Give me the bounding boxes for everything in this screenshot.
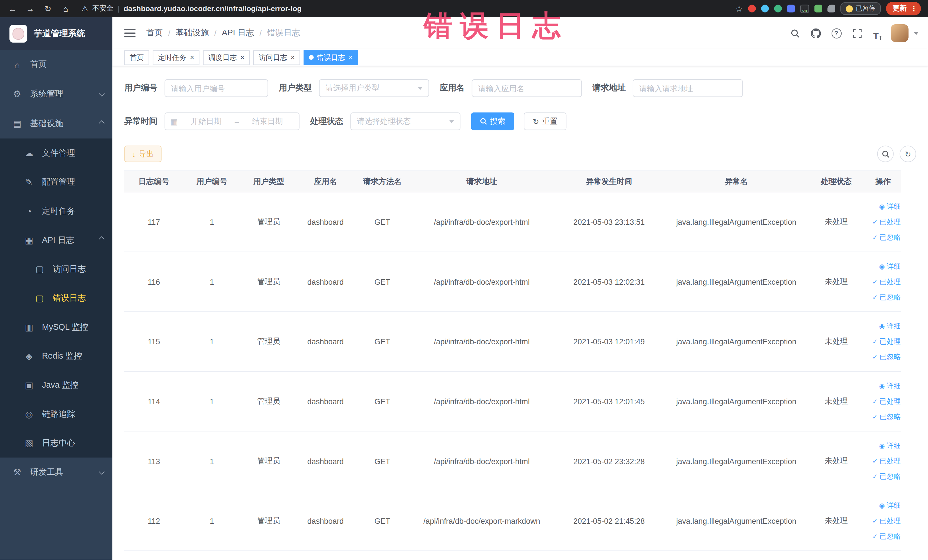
toggle-search-button[interactable]: [877, 145, 894, 162]
tab-error-log[interactable]: 错误日志×: [304, 50, 358, 65]
breadcrumb-item-api-log[interactable]: API 日志: [222, 28, 254, 38]
mark-processed-link[interactable]: ✓已处理: [872, 217, 901, 227]
column-header[interactable]: 日志编号: [124, 176, 183, 186]
sidebar-item-mysql-monitor[interactable]: ▥ MySQL 监控: [0, 312, 112, 342]
user-type-select[interactable]: 请选择用户类型: [319, 79, 429, 97]
mark-ignored-link[interactable]: ✓已忽略: [872, 531, 901, 541]
mark-ignored-link[interactable]: ✓已忽略: [872, 471, 901, 481]
sidebar-item-home[interactable]: ⌂ 首页: [0, 50, 112, 79]
tab-scheduled-jobs[interactable]: 定时任务×: [153, 50, 199, 65]
extension-on-badge-icon[interactable]: on: [800, 5, 809, 13]
mark-processed-link[interactable]: ✓已处理: [872, 516, 901, 526]
sidebar-item-dev-tools[interactable]: ⚒ 研发工具: [0, 458, 112, 487]
tab-access-log[interactable]: 访问日志×: [253, 50, 300, 65]
column-header[interactable]: 请求方法名: [354, 176, 411, 186]
detail-link[interactable]: ◉详细: [879, 441, 901, 451]
column-header[interactable]: 操作: [865, 176, 901, 186]
extension-vue-devtools-icon[interactable]: [774, 5, 782, 12]
sidebar-item-infrastructure[interactable]: ▤ 基础设施: [0, 109, 112, 139]
font-size-icon[interactable]: TT: [870, 25, 885, 41]
column-header[interactable]: 请求地址: [411, 176, 553, 186]
check-icon: ✓: [872, 354, 878, 360]
browser-update-button[interactable]: 更新 ⋮: [886, 2, 921, 15]
browser-forward-icon[interactable]: →: [23, 2, 38, 16]
tab-home[interactable]: 首页: [124, 50, 149, 65]
sidebar-item-trace[interactable]: ◎ 链路追踪: [0, 400, 112, 429]
detail-link[interactable]: ◉详细: [879, 500, 901, 510]
github-icon[interactable]: [808, 25, 823, 41]
sidebar-item-access-log[interactable]: ▢ 访问日志: [0, 255, 112, 284]
column-header[interactable]: 用户类型: [240, 176, 297, 186]
user-id-input[interactable]: [165, 79, 268, 97]
extensions-puzzle-icon[interactable]: [827, 5, 835, 12]
close-icon[interactable]: ×: [190, 54, 194, 61]
extension-red-icon[interactable]: [748, 5, 756, 12]
sidebar-item-log-center[interactable]: ▧ 日志中心: [0, 429, 112, 458]
cell-actions: ◉详细 ✓已处理 ✓已忽略: [865, 261, 901, 302]
cell-actions: ◉详细 ✓已处理 ✓已忽略: [865, 381, 901, 422]
sidebar-item-system[interactable]: ⚙ 系统管理: [0, 79, 112, 109]
sidebar-item-file-management[interactable]: ☁ 文件管理: [0, 138, 112, 168]
bookmark-star-icon[interactable]: ☆: [736, 4, 743, 13]
sidebar-item-error-log[interactable]: ▢ 错误日志: [0, 284, 112, 313]
mark-ignored-link[interactable]: ✓已忽略: [872, 352, 901, 362]
sidebar-submenu-infrastructure: ☁ 文件管理 ✎ 配置管理 ◔ 定时任务 ▦ API 日志: [0, 138, 112, 457]
browser-menu-kebab-icon[interactable]: ⋮: [910, 5, 917, 12]
avatar[interactable]: [891, 24, 908, 42]
sidebar-collapse-icon[interactable]: [124, 29, 136, 37]
column-header[interactable]: 应用名: [297, 176, 354, 186]
breadcrumb-item-error-log: 错误日志: [267, 28, 300, 38]
screen: ← → ↻ ⌂ ⚠ 不安全 | dashboard.yudao.iocoder.…: [0, 0, 928, 560]
detail-link[interactable]: ◉详细: [879, 201, 901, 211]
close-icon[interactable]: ×: [240, 54, 244, 61]
export-button[interactable]: ↓ 导出: [124, 145, 162, 162]
request-url-input[interactable]: [633, 79, 743, 97]
column-header[interactable]: 用户编号: [183, 176, 240, 186]
sidebar-item-api-log[interactable]: ▦ API 日志: [0, 225, 112, 255]
sidebar-item-redis-monitor[interactable]: ◈ Redis 监控: [0, 342, 112, 371]
fullscreen-icon[interactable]: [849, 25, 865, 41]
tab-dispatch-log[interactable]: 调度日志×: [203, 50, 250, 65]
breadcrumb-item-infrastructure[interactable]: 基础设施: [176, 28, 209, 38]
close-icon[interactable]: ×: [349, 54, 353, 61]
detail-link[interactable]: ◉详细: [879, 381, 901, 391]
eye-icon: ◉: [879, 323, 885, 330]
extension-green-icon[interactable]: [815, 5, 822, 12]
mark-processed-link[interactable]: ✓已处理: [872, 396, 901, 406]
reset-button[interactable]: ↻ 重置: [524, 112, 566, 130]
search-icon[interactable]: [787, 25, 803, 41]
close-icon[interactable]: ×: [291, 54, 295, 61]
browser-reload-icon[interactable]: ↻: [40, 2, 56, 16]
sidebar-item-config-management[interactable]: ✎ 配置管理: [0, 168, 112, 197]
refresh-button[interactable]: ↻: [900, 145, 916, 162]
detail-link[interactable]: ◉详细: [879, 261, 901, 271]
extension-blue-drop-icon[interactable]: [761, 5, 769, 12]
process-status-select[interactable]: 请选择处理状态: [350, 112, 461, 130]
sidebar-item-scheduled-jobs[interactable]: ◔ 定时任务: [0, 197, 112, 226]
document-icon: ▢: [34, 264, 45, 274]
column-header[interactable]: 处理状态: [807, 176, 865, 186]
column-header[interactable]: 异常名: [665, 176, 807, 186]
column-header[interactable]: 异常发生时间: [553, 176, 665, 186]
mark-ignored-link[interactable]: ✓已忽略: [872, 292, 901, 302]
help-icon[interactable]: ?: [829, 25, 844, 41]
paused-badge[interactable]: 已暂停: [840, 2, 881, 15]
avatar-dropdown-caret-icon[interactable]: [914, 32, 919, 37]
sidebar-item-java-monitor[interactable]: ▣ Java 监控: [0, 371, 112, 400]
search-button[interactable]: 搜索: [471, 112, 514, 130]
mark-processed-link[interactable]: ✓已处理: [872, 336, 901, 346]
exception-time-label: 异常时间: [124, 116, 157, 127]
mark-processed-link[interactable]: ✓已处理: [872, 277, 901, 287]
browser-back-icon[interactable]: ←: [5, 2, 20, 16]
app-name-input[interactable]: [472, 79, 582, 97]
app-logo[interactable]: 芋道管理系统: [0, 17, 112, 50]
breadcrumb-item-home[interactable]: 首页: [146, 28, 163, 38]
browser-home-icon[interactable]: ⌂: [58, 2, 73, 16]
mark-ignored-link[interactable]: ✓已忽略: [872, 412, 901, 422]
mark-processed-link[interactable]: ✓已处理: [872, 456, 901, 466]
mark-ignored-link[interactable]: ✓已忽略: [872, 232, 901, 242]
extension-puzzle-blue-icon[interactable]: [787, 5, 795, 12]
exception-time-range-picker[interactable]: ▦ 开始日期 – 结束日期: [165, 112, 299, 130]
address-bar[interactable]: ⚠ 不安全 | dashboard.yudao.iocoder.cn/infra…: [76, 3, 733, 14]
detail-link[interactable]: ◉详细: [879, 321, 901, 331]
